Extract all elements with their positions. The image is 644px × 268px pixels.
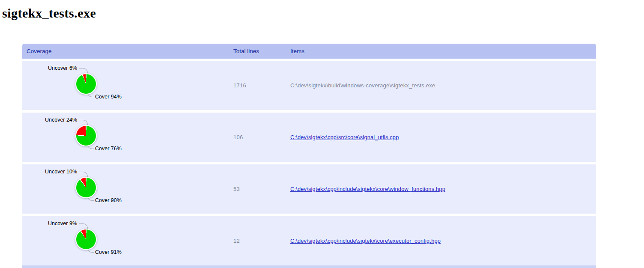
item-link[interactable]: C:\dev\sigtekx\cpp\include\sigtekx\core\… — [290, 238, 441, 244]
column-header-total-lines: Total lines — [229, 48, 286, 54]
table-row: Uncover 24% Cover 76% 106 C:\dev\sigtekx… — [22, 113, 596, 162]
pie-chart — [75, 125, 97, 146]
item-path: C:\dev\sigtekx\build\windows-coverage\si… — [290, 82, 435, 89]
coverage-pie-cell: Uncover 24% Cover 76% — [22, 113, 229, 162]
pie-chart — [75, 73, 97, 95]
total-lines-value: 1716 — [229, 82, 286, 89]
column-header-coverage: Coverage — [22, 48, 229, 54]
total-lines-value: 106 — [229, 134, 286, 140]
item-link[interactable]: C:\dev\sigtekx\cpp\include\sigtekx\core\… — [290, 186, 445, 192]
table-row: Uncover 10% Cover 90% 53 C:\dev\sigtekx\… — [22, 164, 596, 214]
pie-chart — [75, 229, 97, 250]
total-lines-value: 53 — [229, 186, 286, 192]
cover-label: Cover 90% — [95, 197, 122, 203]
total-lines-value: 12 — [229, 238, 286, 244]
page-title: sigtekx_tests.exe — [2, 6, 96, 21]
cover-label: Cover 91% — [95, 249, 122, 255]
item-link[interactable]: C:\dev\sigtekx\cpp\src\core\signal_utils… — [290, 134, 399, 140]
pie-chart — [75, 177, 97, 198]
uncover-label: Uncover 10% — [31, 169, 77, 175]
cover-label: Cover 94% — [95, 94, 122, 100]
coverage-pie-cell: Uncover 6% Cover 94% — [22, 61, 229, 110]
uncover-label: Uncover 9% — [31, 220, 77, 226]
coverage-table: Coverage Total lines Items Uncover 6% Co… — [22, 44, 596, 268]
coverage-pie-cell: Uncover 10% Cover 90% — [22, 164, 229, 214]
uncover-label: Uncover 6% — [31, 65, 77, 71]
cover-label: Cover 76% — [95, 146, 122, 152]
uncover-label: Uncover 24% — [31, 117, 77, 123]
table-footer-strip — [22, 265, 596, 268]
coverage-pie-cell: Uncover 9% Cover 91% — [22, 216, 229, 265]
column-header-items: Items — [286, 48, 596, 54]
table-header-row: Coverage Total lines Items — [22, 44, 596, 59]
table-row: Uncover 6% Cover 94% 1716 C:\dev\sigtekx… — [22, 61, 596, 110]
table-row: Uncover 9% Cover 91% 12 C:\dev\sigtekx\c… — [22, 216, 596, 265]
